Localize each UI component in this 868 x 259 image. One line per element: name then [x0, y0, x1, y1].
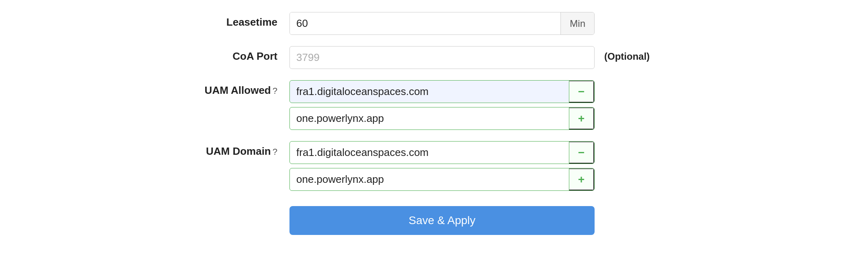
uam-domain-entry-0: −: [289, 141, 595, 164]
uam-allowed-label: UAM Allowed?: [153, 80, 289, 97]
uam-allowed-help-icon[interactable]: ?: [273, 86, 277, 96]
uam-domain-help-icon[interactable]: ?: [273, 147, 277, 157]
coa-port-label: CoA Port: [153, 46, 289, 63]
coa-port-row: CoA Port (Optional): [153, 46, 715, 69]
uam-allowed-entry-0: −: [289, 80, 595, 103]
leasetime-suffix: Min: [560, 12, 594, 34]
uam-allowed-plus-btn-1[interactable]: +: [569, 107, 594, 130]
save-apply-field: Save & Apply: [289, 202, 595, 235]
leasetime-row: Leasetime Min: [153, 12, 715, 35]
uam-allowed-input-0[interactable]: [290, 81, 569, 103]
uam-domain-inputs: − +: [289, 141, 595, 191]
coa-port-field: [289, 46, 595, 69]
uam-domain-input-0[interactable]: [290, 142, 569, 164]
uam-domain-minus-btn-0[interactable]: −: [569, 142, 594, 164]
uam-domain-input-1[interactable]: [290, 168, 569, 190]
save-apply-row: Save & Apply: [153, 202, 715, 235]
uam-allowed-entry-1: +: [289, 107, 595, 130]
uam-domain-entry-1: +: [289, 168, 595, 191]
uam-allowed-field: − +: [289, 80, 595, 130]
uam-allowed-row: UAM Allowed? − +: [153, 80, 715, 130]
coa-port-input[interactable]: [289, 46, 595, 69]
leasetime-input-wrapper: Min: [289, 12, 595, 35]
leasetime-field: Min: [289, 12, 595, 35]
uam-allowed-minus-btn-0[interactable]: −: [569, 81, 594, 103]
uam-domain-field: − +: [289, 141, 595, 191]
uam-allowed-input-1[interactable]: [290, 107, 569, 130]
optional-label: (Optional): [604, 46, 650, 62]
leasetime-input[interactable]: [290, 12, 560, 34]
leasetime-label: Leasetime: [153, 12, 289, 28]
form-container: Leasetime Min CoA Port (Optional) UAM Al…: [113, 12, 755, 235]
uam-domain-plus-btn-1[interactable]: +: [569, 168, 594, 190]
uam-allowed-inputs: − +: [289, 80, 595, 130]
uam-domain-row: UAM Domain? − +: [153, 141, 715, 191]
save-apply-button[interactable]: Save & Apply: [289, 206, 595, 235]
uam-domain-label: UAM Domain?: [153, 141, 289, 158]
